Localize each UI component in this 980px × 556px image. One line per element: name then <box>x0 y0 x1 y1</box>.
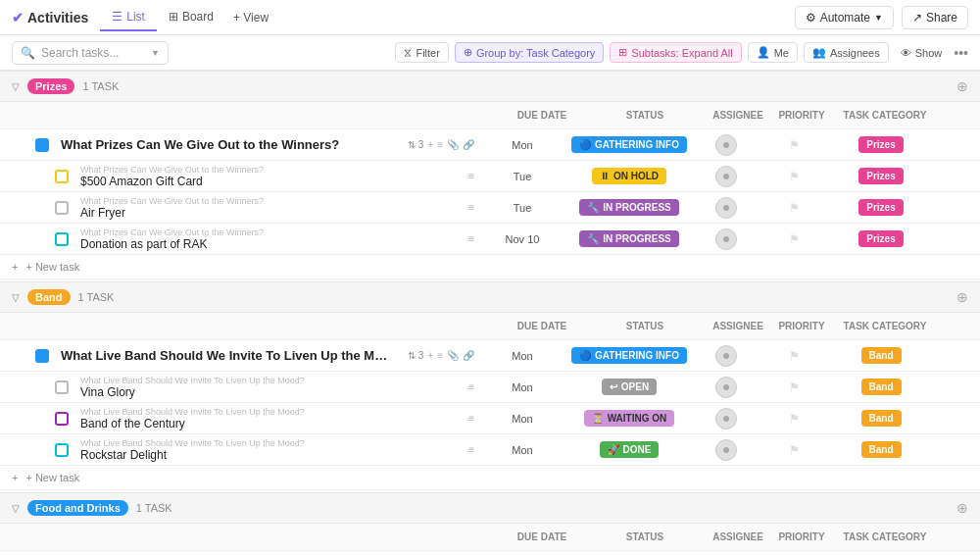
prizes-main-checkbox[interactable] <box>35 138 49 152</box>
add-view-button[interactable]: + View <box>225 4 276 31</box>
prizes-assign-icon[interactable]: ≡ <box>437 139 443 150</box>
col-status-header: STATUS <box>586 110 704 121</box>
prizes-sub2-name[interactable]: Air Fryer <box>80 206 453 220</box>
prizes-sub3-assign-icon[interactable]: ≡ <box>468 233 474 244</box>
prizes-sub3-category[interactable]: Prizes <box>858 230 903 247</box>
tab-list[interactable]: ☰ List <box>100 4 157 31</box>
band-sub2-name[interactable]: Band of the Century <box>80 417 453 430</box>
prizes-attachment-icon[interactable]: 📎 <box>447 139 459 150</box>
band-sub1-assign-icon[interactable]: ≡ <box>468 381 474 392</box>
prizes-count: 1 TASK <box>82 80 119 92</box>
filter-button[interactable]: ⧖ Filter <box>395 42 448 63</box>
band-sub1-category[interactable]: Band <box>861 379 902 395</box>
assignees-icon: 👥 <box>812 46 826 59</box>
band-sub2-category[interactable]: Band <box>861 410 902 427</box>
band-collapse-toggle[interactable]: ▽ <box>12 292 20 303</box>
prizes-collapse-toggle[interactable]: ▽ <box>12 81 20 92</box>
band-sub3-avatar[interactable] <box>715 439 737 461</box>
assignees-button[interactable]: 👥 Assignees <box>804 42 889 63</box>
prizes-main-task-name[interactable]: What Prizes Can We Give Out to the Winne… <box>61 137 392 152</box>
band-sub2-checkbox[interactable] <box>55 412 69 426</box>
prizes-sub2-flag-icon[interactable]: ⚑ <box>789 201 800 215</box>
prizes-new-task-plus-icon: + <box>12 261 18 273</box>
prizes-sub2-category[interactable]: Prizes <box>858 199 903 216</box>
prizes-sub1-name[interactable]: $500 Amazon Gift Card <box>80 175 453 188</box>
prizes-sub1-status[interactable]: ⏸ ON HOLD <box>592 168 666 184</box>
band-new-task-row[interactable]: + + New task <box>0 466 980 490</box>
search-box[interactable]: 🔍 Search tasks... ▼ <box>12 41 169 65</box>
band-add-subtask-icon[interactable]: + <box>427 350 433 361</box>
band-main-avatar[interactable] <box>715 345 737 367</box>
prizes-sub3-checkbox[interactable] <box>55 232 69 246</box>
band-attachment-icon[interactable]: 📎 <box>447 350 459 361</box>
band-sub2-avatar[interactable] <box>715 408 737 430</box>
prizes-sub1-assign-icon[interactable]: ≡ <box>468 171 474 181</box>
automate-button[interactable]: ⚙ Automate ▼ <box>795 6 894 29</box>
food-main-task-row: Where Should We Get Our Food and Beverag… <box>0 551 980 556</box>
prizes-sub2-avatar[interactable] <box>715 197 737 219</box>
nav-tabs: ☰ List ⊞ Board + View <box>100 4 276 31</box>
prizes-sub3-flag-icon[interactable]: ⚑ <box>789 232 800 246</box>
prizes-new-task-row[interactable]: + + New task <box>0 255 980 279</box>
col-category-header: TASK CATEGORY <box>831 110 939 121</box>
prizes-main-flag-icon[interactable]: ⚑ <box>789 138 800 152</box>
share-button[interactable]: ↗ Share <box>902 6 968 29</box>
band-sub1-name[interactable]: Vina Glory <box>80 385 453 399</box>
band-assign-icon[interactable]: ≡ <box>437 350 443 361</box>
me-button[interactable]: 👤 Me <box>748 42 798 63</box>
band-main-checkbox[interactable] <box>35 349 49 363</box>
band-sub1-status[interactable]: ↩ OPEN <box>602 379 657 395</box>
band-sub2-status[interactable]: ⏳ WAITING ON <box>584 410 675 427</box>
prizes-add-subtask-icon[interactable]: + <box>427 139 433 150</box>
food-table-header: DUE DATE STATUS ASSIGNEE PRIORITY TASK C… <box>0 524 980 551</box>
prizes-link-icon[interactable]: 🔗 <box>463 139 474 150</box>
tab-board[interactable]: ⊞ Board <box>157 4 225 31</box>
automate-chevron-icon: ▼ <box>874 13 883 23</box>
search-placeholder: Search tasks... <box>41 46 119 60</box>
band-sub2-assign-icon[interactable]: ≡ <box>468 413 474 424</box>
prizes-sub1-category[interactable]: Prizes <box>858 168 903 184</box>
band-sub3-status[interactable]: 🚀 DONE <box>600 441 660 458</box>
prizes-sub2-status[interactable]: 🔧 IN PROGRESS <box>579 199 678 216</box>
show-button[interactable]: 👁 Show <box>895 44 949 62</box>
prizes-add-button[interactable]: ⊕ <box>956 78 968 94</box>
band-sub1-flag-icon[interactable]: ⚑ <box>789 380 800 394</box>
prizes-sub2-parent: What Prizes Can We Give Out to the Winne… <box>80 196 453 206</box>
prizes-main-status[interactable]: 🔵 GATHERING INFO <box>571 136 687 153</box>
prizes-sub1-avatar[interactable] <box>715 166 737 187</box>
band-sub3-category[interactable]: Band <box>861 441 902 458</box>
band-subtask-1-row: What Live Band Should We Invite To Liven… <box>0 372 980 403</box>
band-main-task-name[interactable]: What Live Band Should We Invite To Liven… <box>61 348 392 363</box>
group-food-header: ▽ Food and Drinks 1 TASK ⊕ <box>0 492 980 524</box>
band-main-status[interactable]: 🔵 GATHERING INFO <box>571 347 687 364</box>
prizes-sub3-avatar[interactable] <box>715 228 737 250</box>
prizes-sub2-assign-icon[interactable]: ≡ <box>468 202 474 213</box>
band-sub3-name[interactable]: Rockstar Delight <box>80 448 453 462</box>
band-sub2-flag-icon[interactable]: ⚑ <box>789 412 800 426</box>
band-main-category[interactable]: Band <box>861 347 902 364</box>
band-sub1-checkbox[interactable] <box>55 380 69 394</box>
band-add-button[interactable]: ⊕ <box>956 289 968 305</box>
band-sub3-assign-icon[interactable]: ≡ <box>468 444 474 455</box>
prizes-sub3-status[interactable]: 🔧 IN PROGRESS <box>579 230 678 247</box>
band-sub3-checkbox[interactable] <box>55 443 69 457</box>
prizes-sub1-flag-icon[interactable]: ⚑ <box>789 170 800 183</box>
filter-icon: ⧖ <box>404 46 412 59</box>
prizes-sub1-checkbox[interactable] <box>55 170 69 183</box>
subtasks-button[interactable]: ⊞ Subtasks: Expand All <box>610 42 741 63</box>
prizes-main-avatar[interactable] <box>715 134 737 156</box>
prizes-main-category[interactable]: Prizes <box>858 136 903 153</box>
food-collapse-toggle[interactable]: ▽ <box>12 503 20 514</box>
group-by-button[interactable]: ⊕ Group by: Task Category <box>455 42 604 63</box>
group-band: ▽ Band 1 TASK ⊕ DUE DATE STATUS ASSIGNEE… <box>0 281 980 490</box>
band-sub3-flag-icon[interactable]: ⚑ <box>789 443 800 457</box>
food-add-button[interactable]: ⊕ <box>956 500 968 516</box>
search-chevron-icon: ▼ <box>151 48 160 58</box>
board-icon: ⊞ <box>169 10 178 24</box>
prizes-sub2-checkbox[interactable] <box>55 201 69 215</box>
band-link-icon[interactable]: 🔗 <box>463 350 474 361</box>
band-main-flag-icon[interactable]: ⚑ <box>789 349 800 363</box>
prizes-sub3-name[interactable]: Donation as part of RAK <box>80 237 453 251</box>
band-sub1-avatar[interactable] <box>715 377 737 398</box>
more-options-button[interactable]: ••• <box>954 45 968 61</box>
